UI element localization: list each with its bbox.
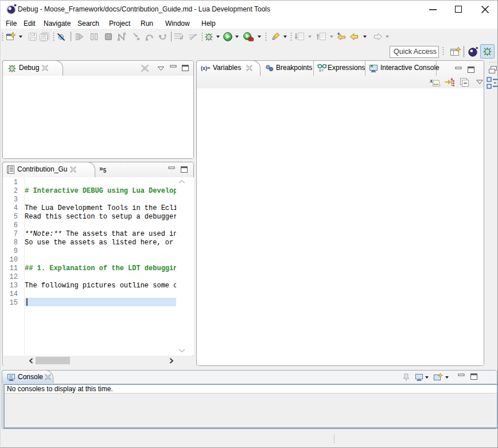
svg-text:x =: x = (319, 68, 324, 72)
svg-text:x: x (429, 77, 433, 84)
